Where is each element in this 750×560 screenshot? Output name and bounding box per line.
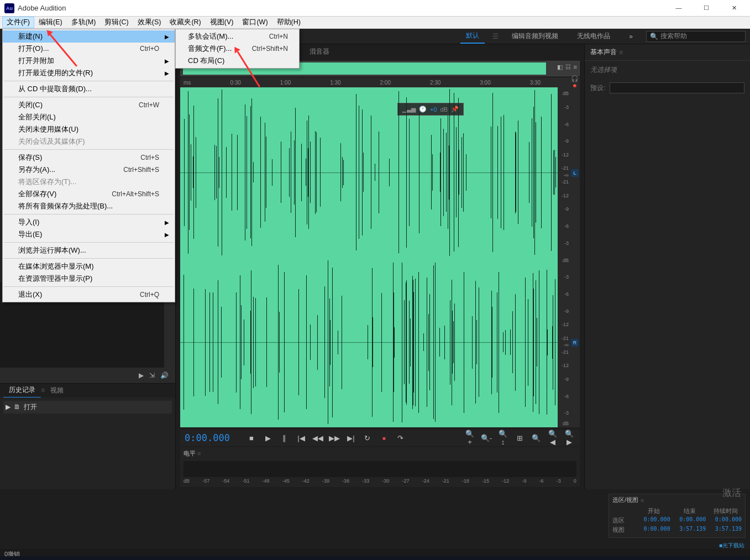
file-menu-reveal-explorer[interactable]: 在资源管理器中显示(P) xyxy=(3,273,175,285)
submenu-arrow-icon: ▶ xyxy=(165,70,169,76)
db-label: -3 xyxy=(564,274,569,280)
prev-button[interactable]: |◀ xyxy=(295,434,307,442)
file-menu-close[interactable]: 关闭(C) Ctrl+W xyxy=(3,99,175,111)
submenu-multitrack-session[interactable]: 多轨会话(M)... Ctrl+N xyxy=(176,30,299,43)
menu-clip[interactable]: 剪辑(C) xyxy=(100,17,133,28)
settings-icon[interactable]: ☷ xyxy=(565,64,571,71)
file-menu-open[interactable]: 打开(O)... Ctrl+O xyxy=(3,43,175,55)
fastforward-button[interactable]: ▶▶ xyxy=(328,434,340,442)
stop-button[interactable]: ■ xyxy=(245,434,258,442)
waveform-spike xyxy=(330,320,331,365)
time-ruler[interactable]: ms 0:30 1:00 1:30 2:00 2:30 3:00 3:30 xyxy=(180,77,580,87)
waveform-spike xyxy=(472,316,473,369)
pause-button[interactable]: ∥ xyxy=(279,434,291,442)
waveform-spike xyxy=(553,150,554,195)
menu-view[interactable]: 视图(V) xyxy=(206,17,238,28)
next-button[interactable]: ▶| xyxy=(345,434,357,442)
file-menu-open-recent[interactable]: 打开最近使用的文件(R) ▶ xyxy=(3,67,175,79)
play-icon[interactable]: ▶ xyxy=(139,371,144,379)
waveform-spike xyxy=(466,154,466,191)
file-menu-save[interactable]: 保存(S) Ctrl+S xyxy=(3,151,175,164)
history-row-open[interactable]: ▶ 🗎 打开 xyxy=(3,401,172,414)
maximize-button[interactable]: ☐ xyxy=(698,4,715,12)
record-button[interactable]: ● xyxy=(378,434,390,442)
waveform-spike xyxy=(463,133,464,212)
help-search-input[interactable]: 🔍 搜索帮助 xyxy=(646,31,746,42)
zoom-icon[interactable]: ◧ xyxy=(557,64,563,71)
tab-mixer[interactable]: 混音器 xyxy=(303,45,336,59)
zoom-in-button[interactable]: 🔍+ xyxy=(464,430,476,446)
file-menu-close-all[interactable]: 全部关闭(L) xyxy=(3,111,175,123)
file-menu-save-all[interactable]: 全部保存(V) Ctrl+Alt+Shift+S xyxy=(3,188,175,200)
view-start[interactable]: 0:00.000 xyxy=(638,526,670,534)
waveform-spike xyxy=(398,91,399,253)
file-menu-extract-cd[interactable]: 从 CD 中提取音频(D)... xyxy=(3,83,175,95)
file-menu-save-batch[interactable]: 将所有音频保存为批处理(B)... xyxy=(3,200,175,212)
skip-button[interactable]: ↷ xyxy=(395,434,407,442)
file-menu-exit[interactable]: 退出(X) Ctrl+Q xyxy=(3,289,175,301)
file-menu-reveal-media[interactable]: 在媒体浏览器中显示(M) xyxy=(3,260,175,273)
menu-window[interactable]: 窗口(W) xyxy=(238,17,272,28)
level-tick: -12 xyxy=(502,478,509,486)
menu-item-label: 将所有音频保存为批处理(B)... xyxy=(18,201,159,211)
zoom-sel-button[interactable]: 🔍 xyxy=(530,434,542,442)
timecode-display[interactable]: 0:00.000 xyxy=(185,432,230,443)
list-icon[interactable]: ≡ xyxy=(574,64,577,71)
transport-bar: 0:00.000 ■ ▶ ∥ |◀ ◀◀ ▶▶ ▶| ↻ ● ↷ 🔍+ 🔍- 🔍… xyxy=(180,430,580,446)
waveform-spike xyxy=(196,137,196,208)
view-duration[interactable]: 3:57.139 xyxy=(709,526,742,534)
file-menu-close-unused[interactable]: 关闭未使用媒体(U) xyxy=(3,123,175,135)
minimize-button[interactable]: — xyxy=(670,4,687,12)
selection-start[interactable]: 0:00.000 xyxy=(638,516,670,525)
workspace-radio[interactable]: 无线电作品 xyxy=(571,29,616,43)
loop-button[interactable]: ↻ xyxy=(361,434,374,442)
level-tick: -9 xyxy=(522,478,526,486)
levels-meter[interactable] xyxy=(183,461,576,477)
waveform-spike xyxy=(394,292,394,392)
waveform-spike xyxy=(497,126,498,219)
file-menu-open-append[interactable]: 打开并附加 ▶ xyxy=(3,55,175,67)
submenu-cd-layout[interactable]: CD 布局(C) xyxy=(176,55,299,67)
workspace-more[interactable]: » xyxy=(623,30,638,43)
headphones-icon[interactable]: 🎧 xyxy=(571,75,579,82)
menu-favorites[interactable]: 收藏夹(R) xyxy=(165,17,205,28)
workspace-edit-audio-to-video[interactable]: 编辑音频到视频 xyxy=(506,29,564,43)
window-title-bar: Au Adobe Audition — ☐ ✕ xyxy=(0,0,750,17)
waveform-spike xyxy=(221,307,222,378)
file-menu-browse-script[interactable]: 浏览并运行脚本(W)... xyxy=(3,244,175,257)
menu-help[interactable]: 帮助(H) xyxy=(272,17,305,28)
waveform-spike xyxy=(363,153,364,192)
file-menu-new[interactable]: 新建(N) ▶ xyxy=(3,30,175,43)
zoom-full-button[interactable]: ⊞ xyxy=(513,434,526,442)
share-icon[interactable]: ⇲ xyxy=(149,371,155,379)
waveform-canvas[interactable]: ▁▃▅ 🕐 +0 dB 📌 xyxy=(180,87,558,427)
zoom-in-left-button[interactable]: 🔍◀ xyxy=(547,430,559,446)
menu-effects[interactable]: 效果(S) xyxy=(133,17,166,28)
selection-duration[interactable]: 0:00.000 xyxy=(709,516,742,525)
zoom-out-button[interactable]: 🔍- xyxy=(480,434,492,442)
essential-sound-header[interactable]: 基本声音 ≡ xyxy=(585,44,750,61)
rewind-button[interactable]: ◀◀ xyxy=(312,434,324,442)
menu-file[interactable]: 文件(F) xyxy=(2,17,34,28)
tab-video[interactable]: 视频 xyxy=(45,384,69,397)
file-menu-export[interactable]: 导出(E) ▶ xyxy=(3,228,175,240)
waveform-spike xyxy=(512,311,513,373)
zoom-in-right-button[interactable]: 🔍▶ xyxy=(563,430,575,446)
close-button[interactable]: ✕ xyxy=(726,4,742,12)
play-button[interactable]: ▶ xyxy=(262,434,274,442)
zoom-vert-button[interactable]: 🔍↕ xyxy=(497,430,509,446)
tab-history[interactable]: 历史记录 xyxy=(3,383,41,398)
zero-line xyxy=(180,342,558,343)
volume-icon[interactable]: 🔊 xyxy=(160,371,169,379)
preset-dropdown[interactable] xyxy=(610,82,744,93)
waveform-spike xyxy=(491,291,492,394)
workspace-default[interactable]: 默认 xyxy=(460,29,485,44)
file-menu-save-as[interactable]: 另存为(A)... Ctrl+Shift+S xyxy=(3,164,175,176)
waveform-spike xyxy=(418,272,419,413)
waveform-spike xyxy=(427,278,427,407)
file-menu-import[interactable]: 导入(I) ▶ xyxy=(3,216,175,228)
menu-multitrack[interactable]: 多轨(M) xyxy=(67,17,101,28)
view-end[interactable]: 3:57.139 xyxy=(674,526,706,534)
menu-edit[interactable]: 编辑(E) xyxy=(34,17,67,28)
selection-end[interactable]: 0:00.000 xyxy=(674,516,706,525)
